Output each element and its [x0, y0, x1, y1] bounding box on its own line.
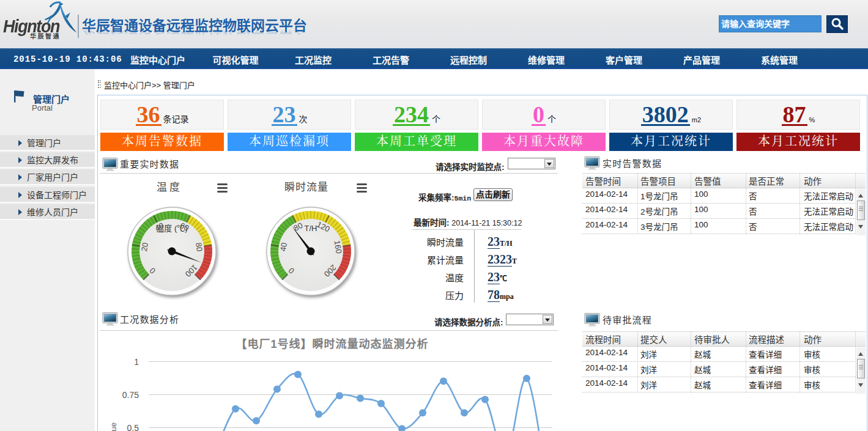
- svg-text:T/H: T/H: [305, 224, 317, 233]
- svg-text:20: 20: [139, 242, 150, 252]
- svg-text:80: 80: [194, 242, 204, 252]
- svg-text:40: 40: [278, 242, 289, 252]
